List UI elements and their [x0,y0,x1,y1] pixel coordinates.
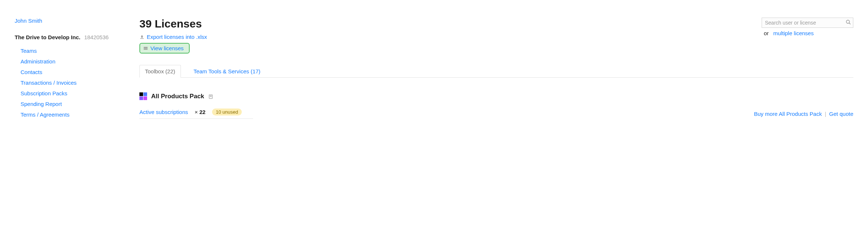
search-block: or multiple licenses [762,18,853,36]
count-prefix: × [195,109,198,115]
tab-toolbox[interactable]: Toolbox (22) [139,65,181,78]
sidebar-item-administration[interactable]: Administration [21,56,125,67]
export-action[interactable]: Export licenses into .xlsx [139,34,207,40]
sidebar-item-contacts[interactable]: Contacts [21,67,125,77]
unused-badge: 10 unused [212,109,242,115]
svg-rect-4 [139,96,143,100]
product-name: All Products Pack [151,93,204,100]
sidebar-item-spending-report[interactable]: Spending Report [21,99,125,109]
tab-team-tools[interactable]: Team Tools & Services (17) [188,65,266,78]
org-name: The Drive to Develop Inc. [15,34,80,40]
org-line: The Drive to Develop Inc. 18420536 [15,34,125,40]
multiple-licenses-link[interactable]: multiple licenses [773,30,814,36]
separator: | [825,111,826,117]
user-link[interactable]: John Smith [15,18,42,24]
active-subscriptions-link[interactable]: Active subscriptions [139,109,188,115]
view-licenses-label: View licenses [150,45,184,51]
subscription-count: × 22 [195,109,206,115]
product-section: All Products Pack Active subscriptions ×… [139,92,853,119]
buy-more-link[interactable]: Buy more All Products Pack [754,111,822,117]
search-input[interactable] [762,18,853,28]
export-label: Export licenses into .xlsx [147,34,207,40]
search-or-text: or [764,30,769,36]
get-quote-link[interactable]: Get quote [829,111,853,117]
product-icon [139,92,147,100]
sidebar: John Smith The Drive to Develop Inc. 184… [15,18,125,120]
svg-rect-3 [143,92,147,96]
tabs: Toolbox (22) Team Tools & Services (17) [139,65,853,78]
view-licenses-button[interactable]: View licenses [139,43,190,54]
download-icon [139,34,145,40]
svg-rect-5 [143,96,147,100]
list-icon [143,46,148,51]
sidebar-item-teams[interactable]: Teams [21,45,125,56]
main-content: 39 Licenses Export licenses into .xlsx V… [139,18,853,120]
sidebar-nav: Teams Administration Contacts Transactio… [15,45,125,120]
org-id: 18420536 [84,34,109,40]
page-title: 39 Licenses [139,18,207,30]
sidebar-item-transactions[interactable]: Transactions / Invoices [21,77,125,88]
sidebar-item-terms[interactable]: Terms / Agreements [21,109,125,120]
svg-rect-2 [139,92,143,96]
book-icon[interactable] [208,94,214,99]
count-value: 22 [200,109,206,115]
sidebar-item-subscription-packs[interactable]: Subscription Packs [21,88,125,99]
